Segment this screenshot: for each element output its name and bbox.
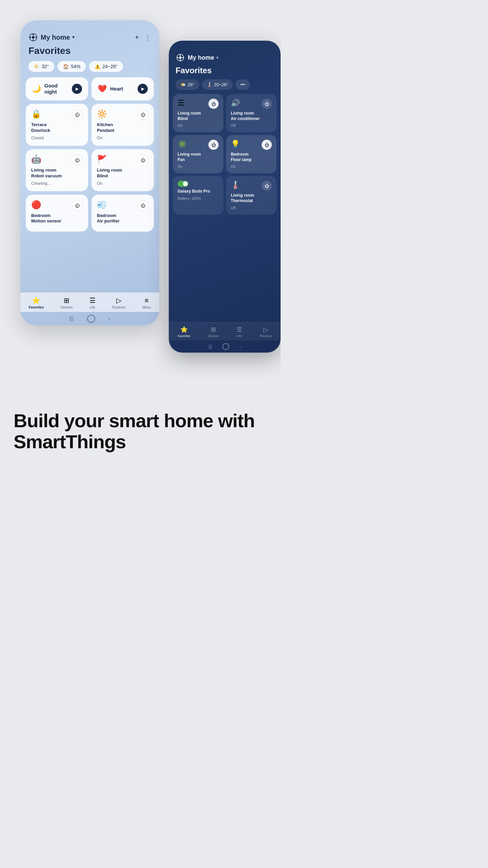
dark-header-left: My home ▼ (176, 53, 219, 62)
nav-life-label: Life (90, 305, 95, 309)
device-card-doorlock[interactable]: 🔒 ⏻ TerraceDoorlock Closed (26, 104, 88, 146)
dark-nav-routines-label: Routines (260, 334, 272, 338)
dark-weather-chip-temp[interactable]: 🌤️ 26° (176, 79, 199, 90)
dark-ac-name: Living roomAir conditioner (231, 111, 272, 121)
dark-weather-chip-range[interactable]: 🌡️ 20~26° (202, 79, 233, 90)
dark-device-ac[interactable]: 🔊 ⏻ Living roomAir conditioner Off (226, 94, 277, 132)
pendant-icon: 🔆 (97, 109, 107, 119)
nav-menu-label: Menu (142, 305, 151, 309)
device-card-vacuum[interactable]: 🤖 ⏻ Living roomRobot vacuum Cleaning... (26, 149, 88, 191)
dark-lamp-status: On (231, 164, 272, 169)
section-title-dark: Favorites (169, 66, 281, 79)
dark-weather-extra-icon: ••• (240, 82, 245, 87)
dark-power-btn-thermostat[interactable]: ⏻ (262, 181, 272, 191)
weather-chip-temp[interactable]: 🌤️ 32° (28, 61, 54, 72)
dark-nav-life-label: Life (237, 334, 242, 338)
blind-status: On (97, 181, 148, 186)
home-label-light: My home (41, 34, 70, 41)
purifier-icon: 💨 (97, 200, 107, 210)
tagline-text: Build your smart home with SmartThings (14, 410, 267, 452)
weather-chip-humidity[interactable]: 🏠 54% (58, 61, 86, 72)
pendant-name: KitchenPendant (97, 122, 148, 134)
power-btn-purifier[interactable]: ⏻ (138, 200, 148, 211)
more-button[interactable]: ⋮ (144, 33, 151, 41)
device-card-purifier[interactable]: 💨 ⏻ BedroomAir purifier (92, 195, 154, 232)
power-btn-blind[interactable]: ⏻ (138, 155, 148, 165)
power-btn-vacuum[interactable]: ⏻ (72, 155, 83, 165)
dark-device-thermostat[interactable]: 🌡️ ⏻ Living roomThermostat Off (226, 176, 277, 214)
svg-point-1 (32, 36, 35, 39)
phone-header-light: My home ▼ + ⋮ (20, 30, 159, 45)
recent-btn: ‹ (109, 316, 110, 322)
device-grid-light: 🔒 ⏻ TerraceDoorlock Closed 🔆 ⏻ KitchenPe… (26, 104, 154, 232)
nav-life[interactable]: ☰ Life (89, 296, 96, 309)
dark-device-top: ☰ ⏻ (178, 99, 219, 109)
blind-icon: 🚩 (97, 155, 107, 164)
dark-power-btn-ac[interactable]: ⏻ (262, 99, 272, 109)
power-btn-motion[interactable]: ⏻ (72, 200, 83, 211)
nav-devices[interactable]: ⊞ Devices (61, 296, 73, 309)
status-bar-light (20, 20, 159, 30)
power-btn-pendant[interactable]: ⏻ (138, 109, 148, 120)
dark-nav-routines[interactable]: ▷ Routines (260, 326, 272, 338)
svg-point-10 (177, 57, 179, 58)
dark-blind-icon: ☰ (178, 99, 184, 107)
dark-home-title[interactable]: My home ▼ (188, 54, 219, 61)
power-btn-doorlock[interactable]: ⏻ (72, 109, 83, 120)
scene-goodnight-label: Goodnight (44, 83, 58, 95)
scene-left-heart: ❤️ Heart (98, 84, 123, 93)
dark-device-blind[interactable]: ☰ ⏻ Living roomBlind On (173, 94, 223, 132)
dark-power-btn-blind[interactable]: ⏻ (208, 99, 219, 109)
doorlock-icon: 🔒 (31, 109, 41, 119)
home-indicator-light: ||| ‹ (20, 312, 159, 326)
dark-lamp-icon: 💡 (231, 140, 240, 149)
weather-icon-alert: ⚠️ (95, 64, 100, 69)
weather-chip-range[interactable]: ⚠️ 24~26° (89, 61, 123, 72)
blind-name: Living roomBlind (97, 167, 148, 179)
dark-nav-devices[interactable]: ⊞ Devices (208, 326, 219, 338)
dark-power-btn-lamp[interactable]: ⏻ (262, 140, 272, 150)
nav-favorites[interactable]: ⭐ Favorites (29, 296, 44, 309)
dark-power-btn-fan[interactable]: ⏻ (208, 140, 219, 150)
dark-life-icon: ☰ (237, 326, 242, 333)
weather-range-value: 24~26° (102, 64, 118, 69)
dark-devices-icon: ⊞ (211, 326, 216, 333)
dark-weather-chip-extra[interactable]: ••• (236, 79, 250, 90)
device-card-motion[interactable]: 🔴 ⏻ BedroomMotion sensor (26, 195, 88, 232)
nav-routines[interactable]: ▷ Routines (112, 296, 125, 309)
device-card-blind[interactable]: 🚩 ⏻ Living roomBlind On (92, 149, 154, 191)
home-btn (87, 315, 95, 323)
device-top: 🤖 ⏻ (31, 155, 83, 165)
vacuum-icon: 🤖 (31, 155, 41, 164)
dark-thermostat-icon: 🌡️ (231, 181, 240, 190)
home-title-light[interactable]: My home ▼ (41, 34, 76, 41)
chevron-down-icon: ▼ (72, 35, 76, 40)
device-card-kitchen-pendant[interactable]: 🔆 ⏻ KitchenPendant On (92, 104, 154, 146)
scene-card-goodnight[interactable]: 🌙 Goodnight ▶ (26, 77, 88, 100)
play-button-heart[interactable]: ▶ (138, 84, 148, 94)
section-title-light: Favorites (20, 45, 159, 61)
dark-nav-life[interactable]: ☰ Life (237, 326, 242, 338)
add-button[interactable]: + (135, 34, 139, 41)
dark-thermostat-name: Living roomThermostat (231, 193, 272, 203)
dark-temp-value: 26° (188, 82, 195, 87)
tagline-section: Build your smart home with SmartThings (0, 393, 281, 452)
dark-device-fan[interactable]: ✳️ ⏻ Living roomFan On (173, 135, 223, 173)
phone-dark: My home ▼ Favorites 🌤️ 26° 🌡️ 20~26° ••• (169, 41, 281, 353)
dark-device-lamp[interactable]: 💡 ⏻ BedroomFloor lamp On (226, 135, 277, 173)
nav-menu[interactable]: ≡ Menu (142, 297, 151, 309)
dark-device-buds[interactable]: Galaxy Buds Pro Battery: 100% (173, 176, 223, 214)
dark-nav-favorites[interactable]: ⭐ Favorites (178, 326, 190, 338)
buds-toggle[interactable] (178, 181, 188, 187)
doorlock-status: Closed (31, 136, 83, 140)
play-button-goodnight[interactable]: ▶ (72, 84, 82, 94)
dark-device-top: 🔊 ⏻ (231, 99, 272, 109)
bottom-nav-dark: ⭐ Favorites ⊞ Devices ☰ Life ▷ Routines (169, 322, 281, 340)
phone-light: My home ▼ + ⋮ Favorites 🌤️ 32° 🏠 54% ⚠️ (20, 20, 159, 326)
motion-icon: 🔴 (31, 200, 41, 210)
dark-blind-status: On (178, 123, 219, 127)
scene-card-heart[interactable]: ❤️ Heart ▶ (92, 77, 154, 100)
heart-icon: ❤️ (98, 84, 107, 93)
scene-heart-label: Heart (110, 86, 123, 92)
dark-back-btn: ||| (208, 344, 212, 349)
